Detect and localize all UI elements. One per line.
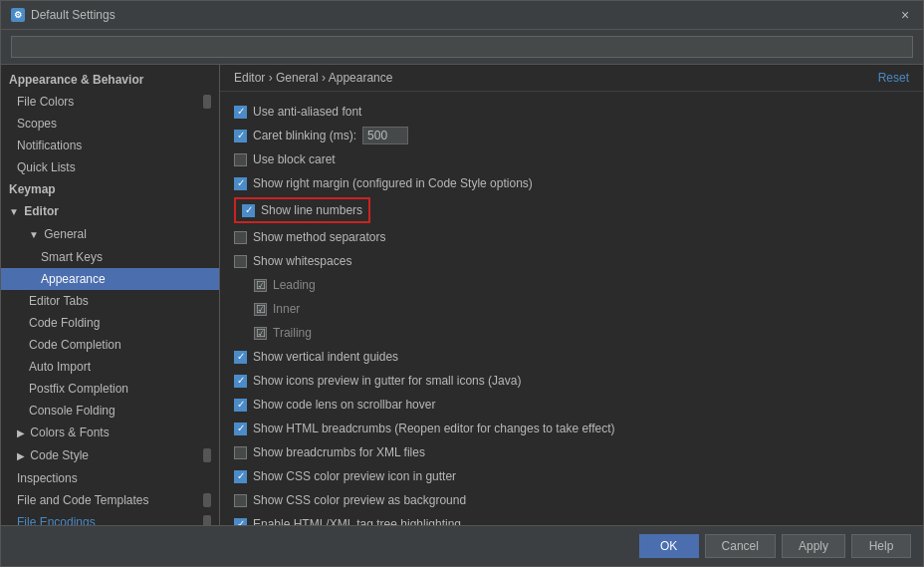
sidebar-label: Code Completion: [29, 338, 121, 352]
label-html-tag-tree: Enable HTML/XML tag tree highlighting: [253, 514, 461, 525]
dialog-title: Default Settings: [31, 8, 116, 22]
setting-row-line-numbers: Show line numbers: [234, 197, 909, 223]
checkbox-icons-preview[interactable]: [234, 375, 247, 388]
scrollbar-icon: [203, 95, 211, 109]
sidebar-item-notifications[interactable]: Notifications: [1, 135, 219, 156]
setting-row-code-lens: Show code lens on scrollbar hover: [234, 395, 909, 415]
label-leading: Leading: [273, 275, 316, 295]
checkbox-right-margin[interactable]: [234, 177, 247, 190]
sidebar-item-appearance[interactable]: Appearance: [1, 268, 219, 290]
title-bar-left: ⚙ Default Settings: [11, 8, 116, 22]
sidebar-item-auto-import[interactable]: Auto Import: [1, 356, 219, 378]
sidebar-item-file-encodings[interactable]: File Encodings: [1, 511, 219, 525]
scrollbar-icon: [203, 515, 211, 525]
label-css-color-icon: Show CSS color preview icon in gutter: [253, 466, 456, 486]
sidebar-item-smart-keys[interactable]: Smart Keys: [1, 246, 219, 268]
sidebar-label: Code Style: [30, 448, 89, 462]
sidebar-label: Appearance & Behavior: [9, 73, 143, 87]
setting-row-xml-breadcrumbs: Show breadcrumbs for XML files: [234, 442, 909, 462]
setting-row-leading: Leading: [254, 275, 909, 295]
checkbox-css-color-bg[interactable]: [234, 494, 247, 507]
sidebar-label: Editor Tabs: [29, 294, 89, 308]
setting-row-html-breadcrumbs: Show HTML breadcrumbs (Reopen editor for…: [234, 419, 909, 438]
sidebar-label: Scopes: [17, 117, 57, 131]
search-bar: [1, 30, 923, 65]
label-css-color-bg: Show CSS color preview as background: [253, 490, 466, 510]
checkbox-whitespaces[interactable]: [234, 255, 247, 268]
setting-row-whitespaces: Show whitespaces: [234, 251, 909, 271]
checkbox-caret-blinking[interactable]: [234, 130, 247, 142]
sidebar-label: Quick Lists: [17, 160, 76, 174]
caret-blinking-input[interactable]: [362, 127, 408, 144]
sidebar: Appearance & Behavior File Colors Scopes…: [1, 65, 220, 525]
checkbox-css-color-icon[interactable]: [234, 470, 247, 483]
sidebar-item-code-style[interactable]: ▶ Code Style: [1, 444, 219, 467]
dialog: ⚙ Default Settings × Appearance & Behavi…: [0, 0, 924, 567]
sidebar-item-file-colors[interactable]: File Colors: [1, 91, 219, 113]
close-button[interactable]: ×: [897, 7, 913, 23]
sidebar-item-inspections[interactable]: Inspections: [1, 467, 219, 489]
checkbox-inner[interactable]: [254, 303, 267, 316]
checkbox-method-separators[interactable]: [234, 231, 247, 244]
apply-button[interactable]: Apply: [782, 534, 845, 558]
breadcrumb: Editor › General › Appearance: [234, 71, 392, 85]
search-input[interactable]: [11, 36, 913, 58]
sidebar-label: Console Folding: [29, 404, 116, 418]
label-inner: Inner: [273, 299, 300, 319]
checkbox-html-breadcrumbs[interactable]: [234, 423, 247, 435]
setting-row-vertical-indent: Show vertical indent guides: [234, 347, 909, 367]
setting-row-method-separators: Show method separators: [234, 227, 909, 247]
sidebar-label: File Encodings: [17, 515, 96, 525]
sidebar-item-quick-lists[interactable]: Quick Lists: [1, 156, 219, 178]
checkbox-anti-aliased[interactable]: [234, 106, 247, 119]
checkbox-xml-breadcrumbs[interactable]: [234, 446, 247, 459]
sidebar-label: Code Folding: [29, 316, 100, 330]
label-method-separators: Show method separators: [253, 227, 385, 247]
label-line-numbers: Show line numbers: [261, 200, 362, 220]
sidebar-item-keymap[interactable]: Keymap: [1, 178, 219, 200]
label-icons-preview: Show icons preview in gutter for small i…: [253, 371, 521, 391]
sidebar-item-colors-fonts[interactable]: ▶ Colors & Fonts: [1, 422, 219, 444]
sidebar-item-console-folding[interactable]: Console Folding: [1, 400, 219, 422]
setting-row-block-caret: Use block caret: [234, 149, 909, 169]
checkbox-trailing[interactable]: [254, 327, 267, 340]
sidebar-label: File and Code Templates: [17, 493, 149, 507]
sidebar-item-scopes[interactable]: Scopes: [1, 113, 219, 135]
label-anti-aliased: Use anti-aliased font: [253, 102, 361, 122]
main-panel: Editor › General › Appearance Reset Use …: [220, 65, 923, 525]
ok-button[interactable]: OK: [639, 534, 699, 558]
setting-row-inner: Inner: [254, 299, 909, 319]
checkbox-block-caret[interactable]: [234, 153, 247, 166]
content-area: Appearance & Behavior File Colors Scopes…: [1, 65, 923, 525]
sidebar-item-code-completion[interactable]: Code Completion: [1, 334, 219, 356]
bottom-bar: OK Cancel Apply Help: [1, 525, 923, 566]
sidebar-item-appearance-behavior[interactable]: Appearance & Behavior: [1, 69, 219, 91]
cancel-button[interactable]: Cancel: [705, 534, 776, 558]
checkbox-leading[interactable]: [254, 279, 267, 292]
expand-arrow-icon: ▼: [9, 203, 19, 221]
label-xml-breadcrumbs: Show breadcrumbs for XML files: [253, 442, 425, 462]
label-whitespaces: Show whitespaces: [253, 251, 351, 271]
sidebar-label: Editor: [24, 204, 59, 218]
sidebar-label: Auto Import: [29, 360, 91, 374]
setting-row-right-margin: Show right margin (configured in Code St…: [234, 173, 909, 193]
sidebar-item-editor-tabs[interactable]: Editor Tabs: [1, 290, 219, 312]
sidebar-item-file-code-templates[interactable]: File and Code Templates: [1, 489, 219, 511]
sidebar-item-postfix-completion[interactable]: Postfix Completion: [1, 378, 219, 400]
checkbox-html-tag-tree[interactable]: [234, 518, 247, 526]
sidebar-item-general[interactable]: ▼ General: [1, 223, 219, 246]
breadcrumb-bar: Editor › General › Appearance Reset: [220, 65, 923, 92]
scrollbar-icon: [203, 448, 211, 462]
sidebar-item-editor[interactable]: ▼ Editor: [1, 200, 219, 223]
checkbox-code-lens[interactable]: [234, 399, 247, 412]
label-vertical-indent: Show vertical indent guides: [253, 347, 398, 367]
reset-link[interactable]: Reset: [878, 71, 909, 85]
checkbox-line-numbers[interactable]: [242, 204, 255, 217]
sidebar-item-code-folding[interactable]: Code Folding: [1, 312, 219, 334]
setting-row-css-color-bg: Show CSS color preview as background: [234, 490, 909, 510]
checkbox-vertical-indent[interactable]: [234, 351, 247, 364]
setting-row-html-tag-tree: Enable HTML/XML tag tree highlighting: [234, 514, 909, 525]
help-button[interactable]: Help: [851, 534, 911, 558]
label-trailing: Trailing: [273, 323, 312, 343]
label-right-margin: Show right margin (configured in Code St…: [253, 173, 533, 193]
